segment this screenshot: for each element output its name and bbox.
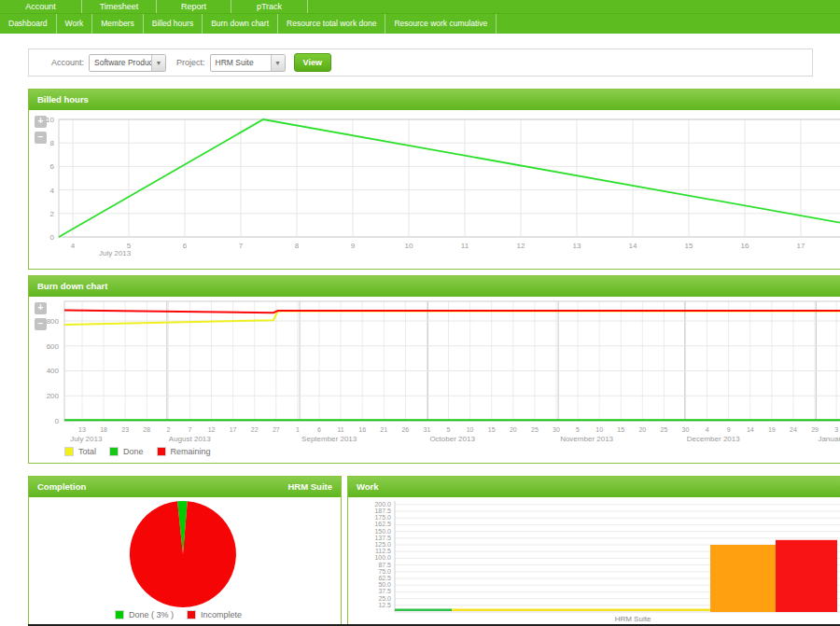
axis-tick-label: 1 bbox=[296, 426, 300, 433]
axis-tick-label: 37.5 bbox=[378, 588, 391, 594]
axis-tick-label: 6 bbox=[183, 242, 188, 250]
axis-tick-label: 17 bbox=[797, 242, 805, 250]
billed-hours-panel: Billed hours + − 45678910111213141516170… bbox=[28, 89, 840, 270]
work-bar-chart: 200.0187.5175.0162.5150.0137.5125.0112.5… bbox=[348, 497, 840, 626]
completion-panel-title: Completion bbox=[37, 481, 86, 492]
work-chart-svg: 200.0187.5175.0162.5150.0137.5125.0112.5… bbox=[348, 497, 840, 626]
axis-tick-label: 17 bbox=[230, 426, 237, 433]
legend-label: Done bbox=[123, 447, 144, 456]
axis-tick-label: October 2013 bbox=[429, 435, 475, 443]
axis-tick-label: 10 bbox=[405, 242, 413, 250]
axis-tick-label: 12 bbox=[208, 426, 216, 433]
axis-tick-label: 21 bbox=[380, 426, 387, 433]
axis-tick-label: 26 bbox=[401, 426, 409, 433]
zoom-controls: + − bbox=[35, 302, 48, 334]
dropdown-arrow-icon: ▼ bbox=[151, 55, 165, 71]
axis-tick-label: 5 bbox=[576, 426, 580, 433]
nav-item-members[interactable]: Members bbox=[92, 14, 143, 34]
axis-tick-label: 87.5 bbox=[378, 562, 391, 568]
work-panel-header: Work bbox=[348, 477, 840, 497]
nav-item-billed-hours[interactable]: Billed hours bbox=[144, 14, 203, 34]
legend-item: Done bbox=[109, 447, 144, 456]
axis-tick-label: 10 bbox=[467, 426, 474, 433]
burn-down-panel-header: Burn down chart bbox=[29, 276, 840, 297]
axis-tick-label: 137.5 bbox=[374, 535, 391, 541]
axis-tick-label: 7 bbox=[188, 426, 191, 433]
nav-item-resource-work-cumulative[interactable]: Resource work cumulative bbox=[385, 14, 497, 34]
nav-item-work[interactable]: Work bbox=[57, 14, 93, 34]
work-panel: Work 200.0187.5175.0162.5150.0137.5125.0… bbox=[347, 476, 840, 626]
axis-tick-label: 8 bbox=[295, 242, 300, 250]
axis-tick-label: 4 bbox=[50, 187, 55, 195]
axis-tick-label: November 2013 bbox=[560, 435, 613, 443]
nav-item-burn-down-chart[interactable]: Burn down chart bbox=[203, 14, 278, 34]
axis-tick-label: 27 bbox=[273, 426, 280, 433]
legend-item: Total bbox=[64, 447, 96, 456]
nav-item-timesheet[interactable]: Timesheet bbox=[82, 0, 157, 13]
axis-tick-label: 25 bbox=[661, 426, 668, 433]
nav-item-dashboard[interactable]: Dashboard bbox=[0, 14, 57, 34]
axis-tick-label: 6 bbox=[50, 162, 55, 171]
axis-tick-label: 5 bbox=[447, 426, 451, 433]
axis-tick-label: 30 bbox=[682, 426, 690, 433]
axis-tick-label: 15 bbox=[685, 242, 693, 250]
billed-hours-panel-header: Billed hours bbox=[29, 90, 840, 110]
axis-tick-label: July 2013 bbox=[70, 435, 103, 443]
axis-tick-label: 13 bbox=[573, 242, 581, 250]
zoom-out-button[interactable]: − bbox=[35, 132, 47, 144]
legend-swatch bbox=[64, 447, 74, 456]
axis-tick-label: 162.5 bbox=[374, 521, 391, 527]
nav-item-ptrack[interactable]: pTrack bbox=[231, 0, 308, 13]
completion-panel-project: HRM Suite bbox=[288, 477, 333, 497]
legend-label: Total bbox=[78, 447, 96, 456]
burn-down-chart: 1318232827121722271611162126315101520253… bbox=[40, 297, 840, 460]
legend-label: Done ( 3% ) bbox=[129, 610, 174, 619]
axis-tick-label: 6 bbox=[317, 426, 321, 433]
axis-tick-label: 2 bbox=[166, 426, 170, 433]
legend-swatch bbox=[109, 447, 119, 456]
axis-tick-label: January 2014 bbox=[818, 435, 840, 443]
zoom-out-button[interactable]: − bbox=[35, 318, 47, 330]
axis-tick-label: 75.0 bbox=[378, 568, 391, 575]
view-button[interactable]: View bbox=[294, 53, 331, 72]
axis-tick-label: 25 bbox=[531, 426, 539, 433]
zoom-in-button[interactable]: + bbox=[35, 116, 47, 128]
axis-tick-label: 125.0 bbox=[374, 541, 391, 548]
nav-item-resource-total-work-done[interactable]: Resource total work done bbox=[278, 14, 385, 34]
axis-tick-label: 0 bbox=[55, 417, 60, 425]
axis-tick-label: 200 bbox=[47, 392, 60, 400]
axis-tick-label: 175.0 bbox=[374, 514, 391, 521]
nav-item-report[interactable]: Report bbox=[157, 0, 231, 13]
axis-tick-label: 400 bbox=[47, 367, 60, 375]
nav-item-account[interactable]: Account bbox=[0, 0, 82, 13]
primary-nav: AccountTimesheetReportpTrack bbox=[0, 0, 840, 14]
completion-pie-chart bbox=[29, 497, 341, 609]
axis-tick-label: 23 bbox=[121, 426, 129, 433]
legend-label: Incomplete bbox=[201, 610, 242, 619]
series-line-total bbox=[64, 312, 840, 325]
legend-item: Remaining bbox=[157, 447, 211, 456]
axis-tick-label: 31 bbox=[424, 426, 431, 433]
billed-hours-chart: 45678910111213141516170246810July 2013 bbox=[40, 115, 840, 269]
axis-tick-label: 200.0 bbox=[374, 501, 391, 508]
account-label: Account: bbox=[51, 58, 84, 67]
axis-tick-label: August 2013 bbox=[169, 435, 211, 443]
project-select[interactable]: HRM Suite ▼ bbox=[210, 54, 286, 72]
series-line-billed-hours bbox=[59, 119, 840, 237]
axis-tick-label: 8 bbox=[50, 139, 55, 147]
burn-down-legend: TotalDoneRemaining bbox=[64, 447, 224, 456]
axis-tick-label: 22 bbox=[251, 426, 259, 433]
axis-tick-label: 9 bbox=[727, 426, 731, 433]
completion-panel: Completion HRM Suite Done ( 3% )Incomple… bbox=[28, 476, 342, 626]
legend-item: Incomplete bbox=[187, 610, 242, 619]
axis-tick-label: 19 bbox=[768, 426, 776, 433]
account-select[interactable]: Software Products ▼ bbox=[89, 54, 166, 72]
axis-tick-label: 24 bbox=[790, 426, 797, 433]
account-select-value: Software Products bbox=[90, 55, 151, 71]
axis-tick-label: 29 bbox=[811, 426, 819, 433]
legend-swatch bbox=[187, 610, 196, 619]
axis-tick-label: 0 bbox=[50, 233, 55, 242]
bar-red bbox=[776, 540, 837, 612]
zoom-in-button[interactable]: + bbox=[35, 302, 47, 314]
axis-tick-label: 14 bbox=[747, 426, 754, 433]
